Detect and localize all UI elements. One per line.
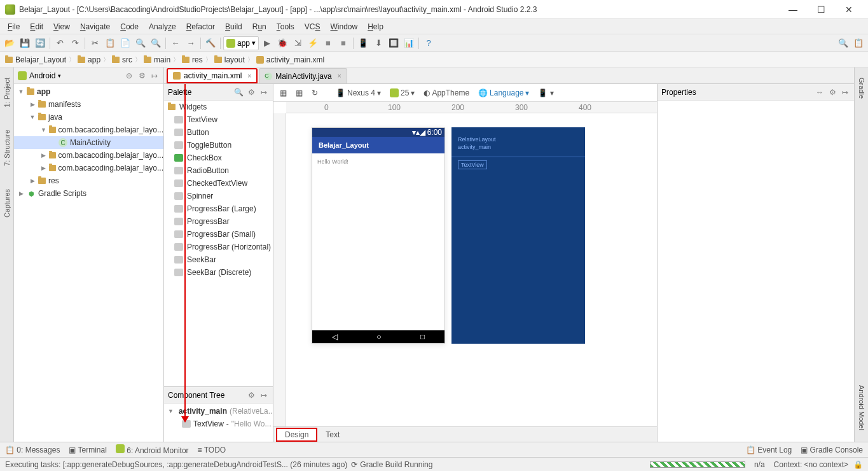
make-icon[interactable]: 🔨 xyxy=(203,36,217,50)
menu-help[interactable]: Help xyxy=(362,22,389,31)
minimize-button[interactable]: — xyxy=(779,1,807,18)
tab-structure[interactable]: 7: Structure xyxy=(3,125,11,171)
tab-activity-main[interactable]: activity_main.xml× xyxy=(167,68,258,83)
tab-android-monitor[interactable]: 6: Android Monitor xyxy=(116,444,189,455)
settings-icon[interactable]: 📋 xyxy=(851,36,865,50)
gear-icon[interactable]: ⚙ xyxy=(246,390,256,400)
search-icon[interactable]: 🔍 xyxy=(836,36,850,50)
menu-refactor[interactable]: Refactor xyxy=(181,22,220,31)
refresh-icon[interactable]: ↻ xyxy=(309,87,320,99)
menu-edit[interactable]: Edit xyxy=(25,22,48,31)
palette-item[interactable]: Spinner xyxy=(164,190,273,202)
find-icon[interactable]: 🔍 xyxy=(233,87,244,97)
back-icon[interactable]: ← xyxy=(169,36,183,50)
tab-main-activity-java[interactable]: CMainActivity.java× xyxy=(259,68,347,83)
tab-gradle-console[interactable]: ▣ Gradle Console xyxy=(801,446,863,454)
apply-changes-icon[interactable]: ⚡ xyxy=(306,36,320,50)
palette-item[interactable]: ProgressBar (Large) xyxy=(164,202,273,215)
find-icon[interactable]: 🔍 xyxy=(134,36,148,50)
palette-item[interactable]: CheckBox xyxy=(164,151,273,164)
breadcrumb-item[interactable]: activity_main.xml xyxy=(255,55,326,64)
tab-gradle[interactable]: Gradle xyxy=(858,73,865,104)
avd-icon[interactable]: 📱 xyxy=(356,36,370,50)
open-icon[interactable]: 📂 xyxy=(3,36,17,50)
cut-icon[interactable]: ✂ xyxy=(88,36,102,50)
palette-item[interactable]: RadioButton xyxy=(164,164,273,177)
language-dropdown[interactable]: 🌐 Language ▾ xyxy=(476,87,532,99)
tab-project[interactable]: 1: Project xyxy=(3,73,11,112)
tab-event-log[interactable]: 📋 Event Log xyxy=(746,446,792,454)
sdk-icon[interactable]: ⬇ xyxy=(371,36,385,50)
dock-icon[interactable]: ↦ xyxy=(259,87,269,97)
gear-icon[interactable]: ⚙ xyxy=(246,87,256,97)
tab-android-model[interactable]: Android Model xyxy=(858,380,865,435)
menu-analyze[interactable]: Analyze xyxy=(144,22,181,31)
component-root[interactable]: ▼activity_main (RelativeLa... xyxy=(164,405,273,418)
close-tab-icon[interactable]: × xyxy=(338,73,341,80)
palette-item[interactable]: Button xyxy=(164,126,273,139)
dock-icon[interactable]: ↦ xyxy=(259,390,269,400)
tab-design[interactable]: Design xyxy=(276,428,317,442)
menu-navigate[interactable]: Navigate xyxy=(75,22,115,31)
run-config-dropdown[interactable]: app ▾ xyxy=(223,36,259,50)
stop2-icon[interactable]: ■ xyxy=(336,36,350,50)
menu-tools[interactable]: Tools xyxy=(272,22,300,31)
redo-icon[interactable]: ↷ xyxy=(68,36,82,50)
device-dropdown[interactable]: 📱 Nexus 4 ▾ xyxy=(333,87,383,99)
gear-icon[interactable]: ⚙ xyxy=(827,87,837,97)
collapse-icon[interactable]: ⊖ xyxy=(124,71,134,81)
debug-icon[interactable]: 🐞 xyxy=(275,36,289,50)
component-textview[interactable]: TextView - "Hello Wo... xyxy=(164,418,273,430)
tab-terminal[interactable]: ▣ Terminal xyxy=(69,446,106,454)
close-tab-icon[interactable]: × xyxy=(247,73,251,80)
gear-icon[interactable]: ⚙ xyxy=(137,71,147,81)
menu-build[interactable]: Build xyxy=(220,22,247,31)
tree-main-activity[interactable]: CMainActivity xyxy=(14,136,163,149)
palette-item[interactable]: ToggleButton xyxy=(164,139,273,151)
design-preview[interactable]: ▾▴◢6:00 Belajar_Layout Hello World! ◁○□ xyxy=(312,127,445,344)
run-icon[interactable]: ▶ xyxy=(260,36,274,50)
menu-vcs[interactable]: VCS xyxy=(300,22,326,31)
help-icon[interactable]: ? xyxy=(422,36,436,50)
project-view-dropdown[interactable]: Android xyxy=(29,71,55,80)
breadcrumb-item[interactable]: res xyxy=(181,55,204,64)
tab-todo[interactable]: ≡ TODO xyxy=(198,446,226,454)
attach-icon[interactable]: ⇲ xyxy=(291,36,305,50)
breadcrumb-item[interactable]: main xyxy=(142,55,172,64)
view-mode-icon[interactable]: ▦ xyxy=(277,87,289,99)
breadcrumb-item[interactable]: layout xyxy=(213,55,246,64)
sync-icon[interactable]: 🔄 xyxy=(33,36,47,50)
structure-icon[interactable]: 📊 xyxy=(402,36,416,50)
breadcrumb-item[interactable]: Belajar_Layout xyxy=(4,55,67,64)
forward-icon[interactable]: → xyxy=(184,36,198,50)
save-icon[interactable]: 💾 xyxy=(18,36,32,50)
paste-icon[interactable]: 📄 xyxy=(118,36,132,50)
hide-icon[interactable]: ↦ xyxy=(149,71,160,81)
breadcrumb-item[interactable]: app xyxy=(76,55,102,64)
theme-dropdown[interactable]: ◐ AppTheme xyxy=(421,87,472,99)
blueprint-preview[interactable]: RelativeLayout activity_main TextView xyxy=(451,127,585,344)
replace-icon[interactable]: 🔍 xyxy=(149,36,163,50)
maximize-button[interactable]: ☐ xyxy=(807,1,835,18)
menu-view[interactable]: View xyxy=(48,22,75,31)
api-dropdown[interactable]: 25 ▾ xyxy=(387,87,417,99)
stop-icon[interactable]: ■ xyxy=(321,36,335,50)
grid-icon[interactable]: ▦ xyxy=(293,87,305,99)
palette-item[interactable]: ProgressBar (Small) xyxy=(164,228,273,241)
menu-code[interactable]: Code xyxy=(115,22,144,31)
palette-item[interactable]: SeekBar (Discrete) xyxy=(164,266,273,279)
palette-item[interactable]: TextView xyxy=(164,113,273,126)
expand-icon[interactable]: ↔ xyxy=(815,87,825,97)
menu-window[interactable]: Window xyxy=(325,22,362,31)
menu-file[interactable]: File xyxy=(3,22,25,31)
dock-icon[interactable]: ↦ xyxy=(840,87,850,97)
tab-captures[interactable]: Captures xyxy=(3,184,11,223)
menu-run[interactable]: Run xyxy=(247,22,272,31)
palette-item[interactable]: SeekBar xyxy=(164,253,273,266)
copy-icon[interactable]: 📋 xyxy=(103,36,117,50)
tab-text[interactable]: Text xyxy=(317,428,348,442)
palette-group[interactable]: Widgets xyxy=(164,101,273,113)
layout-inspector-icon[interactable]: 🔲 xyxy=(387,36,401,50)
tab-messages[interactable]: 📋 0: Messages xyxy=(5,446,60,454)
palette-item[interactable]: ProgressBar (Horizontal) xyxy=(164,241,273,253)
